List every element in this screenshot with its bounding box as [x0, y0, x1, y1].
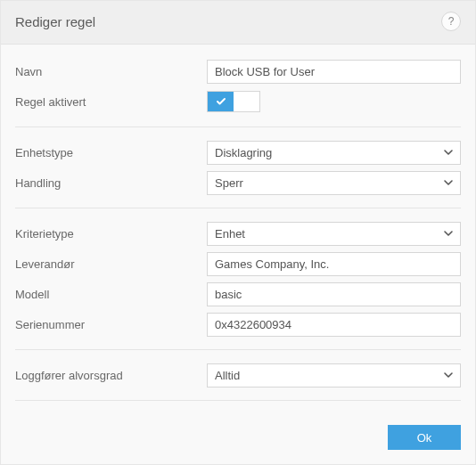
row-severity: Loggfører alvorsgrad Alltid	[15, 361, 461, 389]
enabled-toggle[interactable]	[207, 91, 260, 112]
serial-input[interactable]	[207, 313, 461, 337]
edit-rule-dialog: Rediger regel ? Navn Regel aktivert	[0, 0, 476, 465]
action-select[interactable]: Sperr	[207, 171, 461, 195]
divider	[15, 349, 461, 350]
row-name: Navn	[15, 57, 461, 86]
row-action: Handling Sperr	[15, 168, 461, 197]
toggle-off-segment	[234, 92, 259, 111]
model-label: Modell	[15, 288, 207, 301]
dialog-content: Navn Regel aktivert Enhetstype	[1, 45, 475, 412]
devicetype-value: Disklagring	[215, 146, 272, 159]
vendor-input[interactable]	[207, 252, 461, 276]
action-value: Sperr	[215, 176, 243, 190]
name-input[interactable]	[207, 60, 461, 84]
dialog-title: Rediger regel	[15, 14, 95, 29]
devicetype-label: Enhetstype	[15, 146, 207, 159]
help-button[interactable]: ?	[441, 12, 461, 31]
dialog-header: Rediger regel ?	[1, 1, 475, 45]
enabled-label: Regel aktivert	[15, 95, 207, 109]
action-label: Handling	[15, 176, 207, 190]
divider	[15, 208, 461, 208]
help-icon: ?	[448, 15, 455, 28]
dialog-footer: Ok	[1, 412, 475, 464]
row-criteriatype: Kriterietype Enhet	[15, 219, 461, 248]
row-vendor: Leverandør	[15, 249, 461, 278]
row-serial: Serienummer	[15, 310, 461, 339]
criteriatype-select[interactable]: Enhet	[207, 222, 461, 246]
row-model: Modell	[15, 280, 461, 308]
name-label: Navn	[15, 65, 207, 78]
criteriatype-value: Enhet	[215, 227, 245, 241]
divider	[15, 400, 461, 401]
divider	[15, 126, 461, 127]
severity-select[interactable]: Alltid	[207, 363, 461, 388]
criteriatype-label: Kriterietype	[15, 227, 207, 241]
model-input[interactable]	[207, 282, 461, 306]
check-icon	[215, 95, 227, 108]
vendor-label: Leverandør	[15, 257, 207, 271]
row-devicetype: Enhetstype Disklagring	[15, 138, 461, 167]
row-enabled: Regel aktivert	[15, 87, 461, 116]
severity-value: Alltid	[215, 369, 240, 382]
severity-label: Loggfører alvorsgrad	[15, 369, 207, 382]
toggle-on-segment	[208, 92, 234, 111]
serial-label: Serienummer	[15, 318, 207, 331]
devicetype-select[interactable]: Disklagring	[207, 141, 461, 165]
ok-button[interactable]: Ok	[388, 425, 461, 450]
